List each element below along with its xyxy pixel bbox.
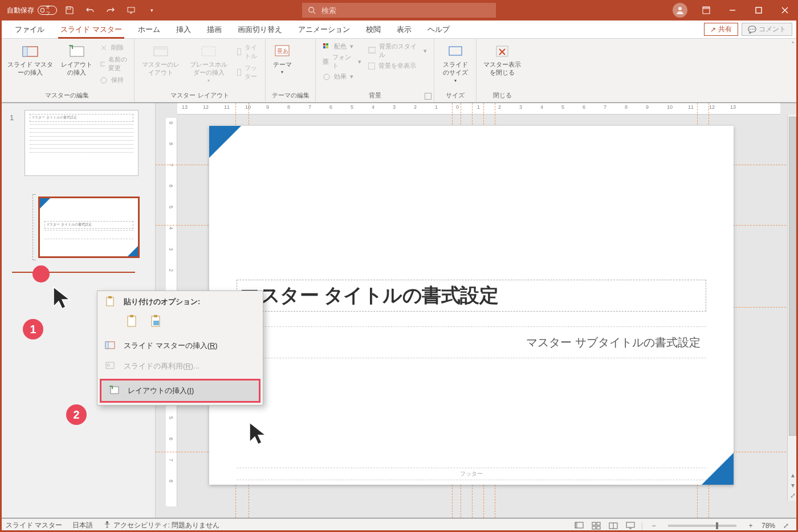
vertical-scrollbar[interactable]: ▴ ▾ ⤢ [787, 114, 797, 501]
ctx-paste-options-header: 貼り付けのオプション: [97, 291, 263, 309]
slide-size-button[interactable]: スライドのサイズ▾ [438, 41, 473, 90]
autosave-control[interactable]: 自動保存 オフ [7, 6, 57, 15]
layout-bracket-icon [32, 194, 36, 260]
master-layout-button: マスターのレイアウト [138, 41, 184, 90]
paste-icon [104, 296, 116, 309]
themes-button[interactable]: 亜あテーマ▾ [269, 41, 295, 90]
colors-dropdown[interactable]: 配色 ▾ [319, 41, 365, 52]
scroll-prev-icon[interactable]: ▴ [788, 470, 797, 480]
slideshow-view-icon[interactable] [624, 521, 637, 531]
fit-to-window-icon[interactable]: ⤢ [780, 521, 792, 531]
fonts-dropdown[interactable]: 亜フォント ▾ [319, 52, 365, 71]
collapse-ribbon-icon[interactable]: ˄ [791, 41, 795, 49]
tab-transitions[interactable]: 画面切り替え [230, 21, 290, 38]
svg-point-11 [101, 77, 107, 83]
tab-file[interactable]: ファイル [7, 21, 52, 38]
insert-slide-master-button[interactable]: スライド マスターの挿入 [3, 41, 56, 90]
qat-customize-icon[interactable]: ▾ [144, 2, 160, 18]
slideshow-start-icon[interactable] [123, 2, 139, 18]
annotation-badge-2: 2 [66, 404, 87, 425]
zoom-out-button[interactable]: − [648, 521, 660, 531]
effects-dropdown[interactable]: 効果 ▾ [319, 71, 365, 82]
svg-rect-13 [154, 47, 168, 50]
close-master-view-button[interactable]: マスター表示を閉じる [480, 41, 524, 90]
context-menu: 貼り付けのオプション: スライド マスターの挿入(R) スライドの再利用(R).… [97, 290, 263, 406]
slide-canvas[interactable]: マスター タイトルの書式設定 マスター サブタイトルの書式設定 フッター [209, 126, 734, 485]
title-bar: 自動保存 オフ ▾ [0, 0, 798, 21]
delete-button: 削除 [99, 42, 128, 53]
fit-icon[interactable]: ⤢ [788, 490, 797, 501]
ribbon-group-theme: 亜あテーマ▾ テーマの編集 [266, 39, 316, 102]
svg-rect-22 [369, 47, 376, 53]
svg-point-2 [309, 7, 314, 13]
search-box[interactable] [302, 3, 496, 18]
ctx-insert-slide-master[interactable]: スライド マスターの挿入(R) [97, 335, 263, 356]
svg-rect-6 [756, 7, 762, 13]
tab-review[interactable]: 校閲 [358, 21, 389, 38]
bg-styles-dropdown[interactable]: 背景のスタイル ▾ [365, 41, 430, 60]
dialog-launcher-icon[interactable] [425, 93, 431, 100]
reuse-slides-icon [104, 360, 116, 371]
reading-view-icon[interactable] [607, 521, 620, 531]
ribbon-group-close: マスター表示を閉じる 閉じる [477, 39, 528, 102]
svg-text:亜あ: 亜あ [277, 48, 288, 54]
svg-rect-14 [202, 47, 215, 56]
thumbnail-layout[interactable]: マスター タイトルの書式設定 [38, 197, 140, 258]
decoration-triangle-br [702, 453, 734, 485]
svg-point-35 [107, 364, 109, 366]
zoom-value[interactable]: 78% [762, 522, 775, 530]
tab-insert[interactable]: 挿入 [168, 21, 199, 38]
annotation-badge-1: 1 [23, 319, 43, 339]
paste-picture-button[interactable] [148, 313, 165, 330]
redo-icon[interactable] [103, 2, 119, 18]
tab-home[interactable]: ホーム [130, 21, 168, 38]
ctx-reuse-slides: スライドの再利用(R)... [97, 356, 263, 377]
ribbon: スライド マスターの挿入 レイアウトの挿入 削除 名前の変更 保持 マスターの編… [0, 39, 798, 103]
preserve-button: 保持 [99, 75, 128, 85]
comments-button[interactable]: 💬コメント [742, 23, 792, 36]
paste-use-destination-theme-button[interactable] [124, 313, 141, 330]
ribbon-display-icon[interactable] [693, 0, 719, 21]
close-button[interactable] [772, 0, 798, 21]
svg-rect-33 [105, 342, 108, 349]
scrollbar-thumb[interactable] [789, 117, 796, 436]
svg-rect-42 [592, 526, 596, 529]
normal-view-icon[interactable] [573, 521, 585, 531]
title-placeholder[interactable]: マスター タイトルの書式設定 [237, 280, 706, 312]
ctx-insert-layout[interactable]: レイアウトの挿入(I) [100, 379, 260, 403]
svg-rect-19 [323, 46, 325, 48]
svg-rect-23 [449, 47, 462, 55]
status-language[interactable]: 日本語 [72, 521, 93, 530]
zoom-slider[interactable] [668, 525, 736, 527]
hide-bg-checkbox[interactable]: 背景を非表示 [365, 60, 430, 71]
svg-rect-8 [23, 47, 27, 56]
search-input[interactable] [321, 6, 490, 15]
maximize-button[interactable] [746, 0, 772, 21]
scroll-next-icon[interactable]: ▾ [788, 480, 797, 490]
undo-icon[interactable] [82, 2, 98, 18]
tab-animations[interactable]: アニメーション [290, 21, 358, 38]
save-icon[interactable] [62, 2, 78, 18]
svg-point-21 [324, 74, 329, 80]
thumbnail-master[interactable]: マスター タイトルの書式設定 [25, 110, 139, 176]
tab-help[interactable]: ヘルプ [420, 21, 458, 38]
tab-view[interactable]: 表示 [389, 21, 420, 38]
zoom-in-button[interactable]: + [744, 521, 757, 531]
tab-draw[interactable]: 描画 [199, 21, 230, 38]
minimize-button[interactable] [719, 0, 746, 21]
footer-placeholder[interactable]: フッター [237, 468, 706, 480]
decoration-triangle-tl [209, 126, 241, 158]
share-button[interactable]: ↗共有 [704, 23, 738, 36]
status-accessibility[interactable]: アクセシビリティ: 問題ありません [103, 521, 219, 530]
ribbon-group-edit-master: スライド マスターの挿入 レイアウトの挿入 削除 名前の変更 保持 マスターの編… [0, 39, 135, 102]
subtitle-placeholder[interactable]: マスター サブタイトルの書式設定 [237, 326, 706, 358]
tab-slide-master[interactable]: スライド マスター [52, 21, 130, 38]
autosave-toggle[interactable]: オフ [38, 6, 57, 15]
svg-rect-28 [130, 315, 133, 317]
svg-rect-20 [326, 46, 328, 48]
svg-rect-0 [67, 7, 71, 9]
sorter-view-icon[interactable] [590, 521, 602, 531]
account-button[interactable] [667, 0, 693, 21]
svg-rect-10 [101, 62, 104, 66]
insert-layout-button[interactable]: レイアウトの挿入 [56, 41, 96, 90]
